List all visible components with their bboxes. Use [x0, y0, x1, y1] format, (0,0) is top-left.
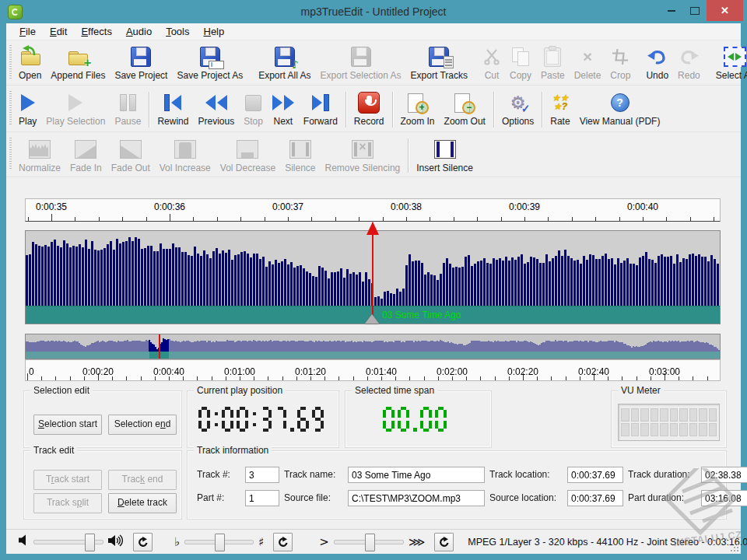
folder-plus-icon: + — [68, 46, 88, 68]
toolbar-separator — [542, 92, 542, 128]
seg-char — [275, 407, 286, 432]
toolbar-button-label: View Manual (PDF) — [580, 116, 661, 127]
toolbar-button-label: Pause — [114, 116, 141, 127]
save-project-as-button[interactable]: ISave Project As — [172, 44, 247, 84]
minimize-button[interactable] — [660, 0, 683, 21]
menu-item-effects[interactable]: Effects — [74, 24, 119, 39]
toolbar-button-label: Cut — [485, 70, 500, 81]
pitch-slider[interactable] — [184, 540, 254, 544]
pitch-slider-thumb[interactable] — [215, 534, 225, 551]
ruler-tick — [268, 376, 268, 380]
zoom-in-button[interactable]: +Zoom In — [396, 89, 440, 130]
play-button[interactable]: Play — [14, 89, 41, 130]
title-bar[interactable]: mp3TrueEdit - Untitled Project ✕ — [0, 0, 747, 23]
playhead-line[interactable] — [372, 222, 374, 324]
ruler-tick — [495, 376, 496, 380]
selection-end-button[interactable]: Selection end — [108, 415, 177, 435]
toolbar-separator — [493, 92, 494, 128]
vu-cell — [621, 423, 630, 436]
toolbar-separator — [408, 138, 409, 173]
close-button[interactable]: ✕ — [707, 0, 743, 21]
cut-button: Cut — [479, 44, 505, 84]
resize-grip[interactable] — [730, 543, 739, 552]
toolbar-button-label: Rate — [550, 116, 570, 127]
toolbar-button-label: Play — [19, 116, 37, 127]
ruler-tick — [501, 217, 502, 221]
main-time-ruler[interactable]: 0:00:350:00:360:00:370:00:380:00:390:00:… — [25, 198, 721, 222]
menu-item-tools[interactable]: Tools — [159, 24, 196, 39]
volume-reset-button[interactable] — [133, 533, 153, 551]
field-track-name[interactable]: 03 Some Time Ago — [348, 467, 485, 483]
field-track-location[interactable]: 0:00:37.69 — [567, 467, 623, 483]
export-all-as-button[interactable]: ♪Export All As — [254, 44, 315, 84]
field-source-file[interactable]: C:\TEST\MP3\ZOOM.mp3 — [348, 490, 485, 506]
menu-item-file[interactable]: File — [12, 24, 43, 39]
open-button[interactable]: Open — [14, 44, 46, 84]
selection-edit-group: Selection edit Selection start Selection… — [23, 390, 182, 448]
delete-track-button[interactable]: Delete track — [108, 493, 177, 513]
time-label: 0:02:00 — [437, 366, 468, 377]
folder-open-icon — [20, 46, 40, 68]
selection-start-button[interactable]: Selection start — [33, 415, 102, 435]
insert-silence-button[interactable]: Insert Silence — [412, 136, 478, 177]
field-track-duration[interactable]: 02:38.38 — [701, 467, 747, 483]
rate-button[interactable]: ★★★?Rate — [545, 89, 574, 130]
field-part-#[interactable]: 1 — [245, 490, 279, 506]
field-source-location[interactable]: 0:00:37.69 — [567, 490, 623, 506]
previous-button[interactable]: Previous — [193, 89, 239, 130]
redo-button: Redo — [673, 44, 705, 84]
undo-button[interactable]: Undo — [641, 44, 673, 84]
menu-item-edit[interactable]: Edit — [43, 24, 74, 39]
floppy-gray-icon — [351, 46, 371, 68]
select-all-button[interactable]: Select All — [711, 44, 747, 84]
speed-slider[interactable] — [334, 540, 404, 544]
overview-waveform[interactable] — [25, 334, 721, 359]
toolbar-separator — [392, 92, 393, 128]
export-tracks-button[interactable]: Export Tracks — [406, 44, 472, 84]
pause-icon — [120, 92, 136, 114]
overview-playhead-line[interactable] — [159, 334, 160, 359]
rewind-button[interactable]: Rewind — [153, 89, 193, 130]
copy-button: Copy — [505, 44, 536, 84]
track-boundary-marker-icon[interactable] — [365, 314, 379, 324]
overview-time-ruler[interactable]: 00:00:200:00:400:01:000:01:200:01:400:02… — [25, 359, 721, 381]
append-files-button[interactable]: +Append Files — [46, 44, 110, 84]
overview-waveform-canvas[interactable] — [26, 334, 720, 352]
zoom-out-button[interactable]: −Zoom Out — [440, 89, 490, 130]
playhead-arrow-icon[interactable] — [366, 222, 379, 235]
view-manual-button[interactable]: ?View Manual (PDF) — [575, 89, 665, 130]
volume-slider[interactable] — [33, 540, 103, 544]
ruler-tick — [288, 217, 289, 221]
scissors-icon — [483, 46, 500, 68]
play-position-display — [198, 407, 327, 432]
time-label: 0:00:40 — [627, 201, 658, 212]
record-button[interactable]: Record — [349, 89, 389, 130]
speed-reset-button[interactable] — [434, 533, 454, 551]
field-track-#[interactable]: 3 — [245, 467, 279, 483]
ruler-tick — [353, 376, 354, 380]
forward-button[interactable]: Forward — [299, 89, 342, 130]
fast-icon: ⋙ — [409, 535, 425, 549]
options-button[interactable]: ⚙✓Options — [497, 89, 538, 130]
pitch-reset-button[interactable] — [273, 533, 293, 551]
track-end-button: Track end — [108, 470, 177, 490]
floppy-as-icon: I — [200, 46, 220, 68]
vu-meter-panel — [618, 404, 720, 441]
toolbar-button-label: Crop — [610, 70, 630, 81]
field-label: Part #: — [197, 492, 240, 503]
speed-slider-thumb[interactable] — [365, 534, 375, 551]
toolbar-button-label: Fade Out — [111, 163, 150, 173]
volume-slider-thumb[interactable] — [85, 534, 95, 551]
sliders-zone: ♭♯>⋙ — [6, 533, 454, 551]
ruler-tick — [146, 217, 147, 221]
toolbar-button-label: Stop — [244, 116, 263, 127]
vol-decrease-button: Vol Decrease — [216, 136, 280, 177]
save-project-button[interactable]: Save Project — [110, 44, 172, 84]
maximize-button[interactable] — [683, 0, 707, 21]
menu-item-audio[interactable]: Audio — [119, 24, 159, 39]
field-part-duration[interactable]: 03:16.08 — [701, 490, 747, 506]
next-button[interactable]: Next — [268, 89, 299, 130]
seg-char — [420, 407, 432, 432]
copy-icon — [512, 46, 529, 68]
menu-item-help[interactable]: Help — [197, 24, 232, 39]
